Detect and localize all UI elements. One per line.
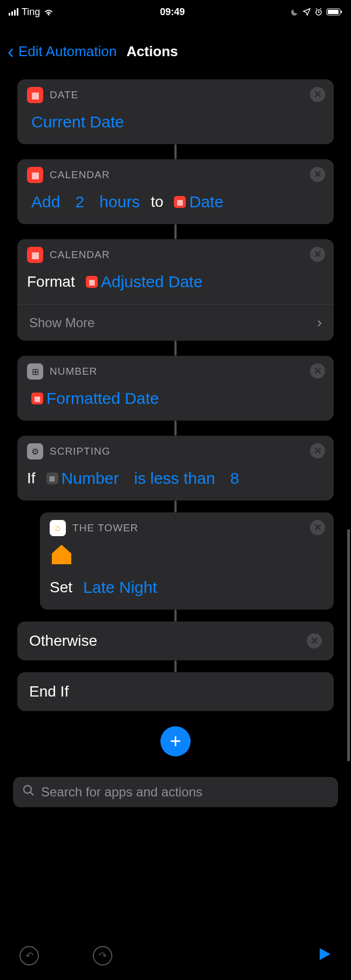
svg-rect-2 [328,10,339,14]
add-action-button[interactable]: + [160,726,191,756]
calculator-badge-icon: ⊞ [46,472,58,484]
house-icon [40,538,334,571]
token-amount[interactable]: 2 [71,191,89,213]
connector [174,660,177,672]
delete-action-button[interactable]: ✕ [307,633,322,648]
search-placeholder: Search for apps and actions [41,785,202,800]
token-var-formatted-date[interactable]: ▦Formatted Date [27,387,163,410]
delete-action-button[interactable]: ✕ [310,363,325,379]
card-category: DATE [50,89,78,101]
connector [174,501,177,512]
token-scene[interactable]: Late Night [79,576,161,599]
bottom-toolbar: ↶ ↷ [0,931,351,980]
token-add[interactable]: Add [27,191,64,213]
delete-action-button[interactable]: ✕ [310,247,325,262]
gear-icon: ⚙ [27,443,43,459]
calculator-icon: ⊞ [27,363,43,380]
connector [174,144,177,159]
card-category: NUMBER [50,366,97,377]
battery-icon [326,8,342,16]
alarm-icon [314,8,323,16]
calendar-icon: ▦ [27,87,43,103]
carrier-label: Ting [22,6,40,18]
search-icon [23,785,35,800]
signal-icon [9,8,18,16]
calendar-badge-icon: ▦ [86,276,98,288]
back-chevron-icon[interactable]: ‹ [8,46,14,58]
show-more-label: Show More [29,315,94,330]
status-bar: Ting 09:49 [0,0,351,22]
token-var-number[interactable]: ⊞Number [42,467,124,490]
card-category: CALENDAR [50,249,110,261]
home-app-icon: ⌂ [50,520,66,536]
otherwise-label: Otherwise [29,632,97,650]
chevron-right-icon: › [317,314,322,331]
label-if: If [27,470,36,487]
connector [174,341,177,356]
token-condition[interactable]: is less than [130,467,219,490]
undo-button[interactable]: ↶ [19,946,39,965]
label-format: Format [27,273,75,290]
action-card-add-time[interactable]: ▦ CALENDAR Add 2 hours to ▦Date ✕ [17,159,334,224]
scrollbar-indicator [347,529,350,761]
connector [174,610,177,621]
action-card-number[interactable]: ⊞ NUMBER ▦Formatted Date ✕ [17,356,334,421]
token-var-adjusted-date[interactable]: ▦Adjusted Date [82,271,207,293]
delete-action-button[interactable]: ✕ [310,443,325,458]
status-right [291,8,342,16]
token-unit[interactable]: hours [95,191,144,213]
connector [174,421,177,436]
nav-header: ‹ Edit Automation Actions [0,22,351,70]
token-var-date[interactable]: ▦Date [170,191,227,213]
run-button[interactable] [318,947,332,965]
redo-button[interactable]: ↷ [93,946,112,965]
card-category: SCRIPTING [50,445,110,457]
page-title: Actions [126,43,178,60]
card-category: THE TOWER [72,522,138,534]
action-card-date[interactable]: ▦ DATE Current Date ✕ [17,79,334,144]
back-button[interactable]: Edit Automation [18,43,117,60]
delete-action-button[interactable]: ✕ [310,87,325,102]
calendar-icon: ▦ [27,167,43,183]
svg-rect-3 [341,11,342,13]
action-card-format[interactable]: ▦ CALENDAR Format ▦Adjusted Date Show Mo… [17,239,334,341]
action-card-endif[interactable]: End If [17,672,334,711]
label-set: Set [50,579,72,596]
search-input[interactable]: Search for apps and actions [13,777,338,807]
calendar-badge-icon: ▦ [31,393,43,404]
action-card-home-scene[interactable]: ⌂ THE TOWER Set Late Night ✕ [40,512,334,610]
location-icon [302,8,311,16]
token-value[interactable]: 8 [226,467,244,490]
status-time: 09:49 [160,6,185,18]
delete-action-button[interactable]: ✕ [310,167,325,182]
connector [174,224,177,239]
dnd-moon-icon [291,8,299,16]
calendar-icon: ▦ [27,247,43,263]
svg-point-4 [24,786,31,793]
calendar-badge-icon: ▦ [174,196,186,208]
label-to: to [151,193,163,211]
actions-canvas: ▦ DATE Current Date ✕ ▦ CALENDAR Add 2 h… [0,70,351,756]
action-card-if[interactable]: ⚙ SCRIPTING If ⊞Number is less than 8 ✕ [17,436,334,501]
token-current-date[interactable]: Current Date [27,111,129,133]
delete-action-button[interactable]: ✕ [310,520,325,535]
card-category: CALENDAR [50,169,110,181]
wifi-icon [43,8,54,16]
show-more-row[interactable]: Show More › [17,304,334,341]
action-card-otherwise[interactable]: Otherwise ✕ [17,621,334,660]
status-left: Ting [9,6,54,18]
endif-label: End If [29,683,69,700]
